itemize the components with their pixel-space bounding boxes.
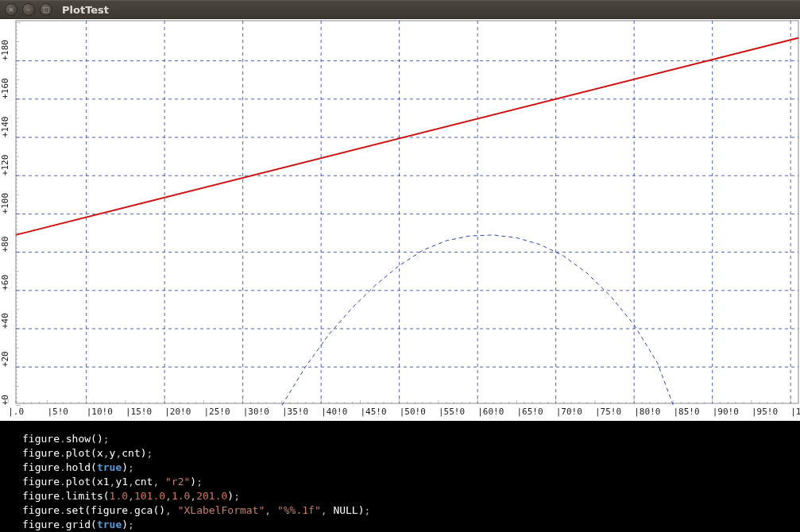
- y-tick-label: +80: [0, 237, 10, 253]
- maximize-icon[interactable]: □: [40, 3, 52, 16]
- x-tick-label: |70!0: [556, 407, 582, 417]
- minimize-icon[interactable]: –: [22, 3, 35, 16]
- x-tick-label: |85!0: [673, 407, 699, 417]
- x-tick-label: |90!0: [713, 407, 739, 417]
- x-tick-label: |95!0: [752, 407, 778, 417]
- code-line: figure.plot(x1,y1,cnt, "r2");: [22, 475, 800, 489]
- window-buttons: × – □: [5, 3, 52, 16]
- code-line: figure.hold(true);: [22, 461, 800, 475]
- code-line: figure.show();: [22, 432, 800, 446]
- x-tick-label: |20!0: [164, 407, 191, 417]
- y-tick-label: +0: [0, 395, 10, 405]
- x-tick-label: |80!0: [634, 407, 660, 417]
- plot-area[interactable]: +0+20+40+60+80+100+120+140+160+180|.0|5!…: [0, 19, 800, 421]
- app-window: × – □ PlotTest +0+20+40+60+80+100+120+14…: [0, 0, 800, 532]
- x-tick-label: |15!0: [126, 407, 152, 417]
- code-line: figure.grid(true);: [22, 518, 800, 532]
- code-line: figure.limits(1.0,101.0,1.0,201.0);: [22, 489, 800, 503]
- titlebar[interactable]: × – □ PlotTest: [0, 0, 800, 19]
- y-tick-label: +160: [0, 78, 10, 99]
- plot-svg: +0+20+40+60+80+100+120+140+160+180|.0|5!…: [0, 19, 800, 421]
- x-tick-label: |65!0: [516, 407, 543, 417]
- y-tick-label: +120: [0, 155, 10, 176]
- x-tick-label: |40!0: [321, 407, 347, 417]
- y-tick-label: +40: [0, 313, 10, 329]
- x-tick-label: |1: [790, 407, 800, 417]
- y-tick-label: +60: [0, 275, 10, 291]
- x-tick-label: |75!0: [595, 407, 621, 417]
- svg-rect-0: [0, 19, 800, 421]
- y-tick-label: +20: [0, 351, 10, 367]
- y-tick-label: +100: [0, 193, 10, 214]
- x-tick-label: |50!0: [400, 407, 426, 417]
- y-tick-label: +180: [0, 40, 10, 61]
- y-tick-label: +140: [0, 117, 10, 138]
- x-tick-label: |55!0: [439, 407, 465, 417]
- code-line: figure.plot(x,y,cnt);: [22, 446, 800, 461]
- x-tick-label: |45!0: [360, 407, 386, 417]
- code-line: figure.set(figure.gca(), "XLabelFormat",…: [22, 503, 800, 518]
- x-tick-label: |60!0: [477, 407, 504, 417]
- x-tick-label: |5!0: [47, 407, 68, 417]
- x-tick-label: |35!0: [282, 407, 308, 417]
- window-title: PlotTest: [62, 4, 109, 16]
- x-tick-label: |.0: [8, 407, 24, 417]
- close-icon[interactable]: ×: [5, 3, 17, 16]
- code-panel: figure.show();figure.plot(x,y,cnt);figur…: [0, 421, 800, 532]
- x-tick-label: |25!0: [203, 407, 230, 417]
- x-tick-label: |10!0: [87, 407, 113, 417]
- x-tick-label: |30!0: [243, 407, 269, 417]
